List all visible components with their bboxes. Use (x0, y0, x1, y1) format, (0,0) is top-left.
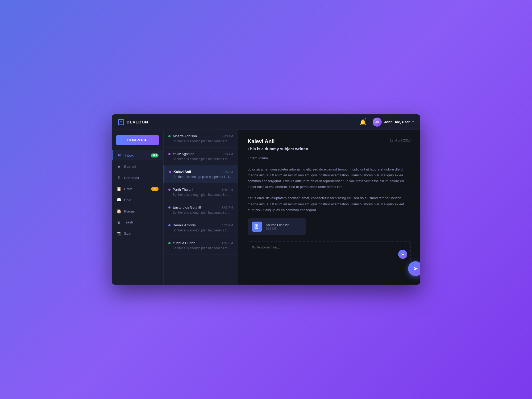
sidebar-item-label: Inbox (125, 153, 148, 157)
app-container: DEVLOON 🔔 JD John Doe, User ▾ COMPOSE ✉ … (112, 114, 420, 285)
email-time: 9:03 AM (222, 135, 233, 138)
email-item[interactable]: Yakiv Agoston 8:23 AM So ther e is enoug… (164, 148, 238, 165)
sidebar-item-trash[interactable]: 🗑 Trash (112, 217, 163, 227)
email-item[interactable]: Yushua Burton 4:35 PM So ther e is enoug… (164, 237, 238, 255)
reply-send-button[interactable]: ➤ (398, 250, 407, 259)
sidebar-item-label: Spam (124, 231, 159, 235)
sidebar-item-chat[interactable]: 💬 Chat (112, 195, 163, 205)
email-preview: So ther e is enough plan happened i thin… (173, 211, 233, 214)
sidebar-item-inbox[interactable]: ✉ Inbox 998 (112, 150, 163, 160)
app-name: DEVLOON (127, 120, 148, 124)
email-sender: Yakiv Agoston (168, 152, 194, 156)
header: DEVLOON 🔔 JD John Doe, User ▾ (112, 114, 420, 130)
compose-button[interactable]: COMPOSE (116, 135, 159, 145)
trash-icon: 🗑 (117, 220, 121, 225)
status-dot (168, 242, 171, 244)
email-preview: So ther e is enough plan happened i thin… (173, 246, 233, 250)
status-dot (169, 171, 171, 173)
email-list: Alberta Addison 9:03 AM So ther e is eno… (164, 130, 238, 285)
inbox-badge: 998 (151, 153, 159, 157)
email-time: 4:35 PM (222, 242, 233, 245)
status-dot (168, 135, 171, 137)
inbox-icon: ✉ (117, 153, 122, 158)
svg-rect-2 (256, 226, 257, 227)
email-body-para3: natus error sit voluptatem accusan amet,… (248, 195, 411, 213)
attachment-name: Source Files.zip (266, 223, 289, 227)
attachment-size: 18.8 MB (266, 227, 289, 230)
email-sender: Eustorgios Gotthilf (168, 205, 201, 209)
sidebar: COMPOSE ✉ Inbox 998 ★ Starred ⬆ Sent mai… (112, 130, 164, 285)
logo-icon (118, 119, 124, 125)
sidebar-item-places[interactable]: 🏠 Places (112, 206, 163, 216)
main-area: COMPOSE ✉ Inbox 998 ★ Starred ⬆ Sent mai… (112, 130, 420, 285)
places-icon: 🏠 (117, 209, 121, 214)
email-item[interactable]: Eustorgios Gotthilf 7:03 PM So ther e is… (164, 201, 238, 219)
star-icon: ★ (117, 164, 121, 169)
email-item[interactable]: Alberta Addison 9:03 AM So ther e is eno… (164, 130, 238, 148)
sidebar-item-starred[interactable]: ★ Starred (112, 161, 163, 172)
attachment-card[interactable]: Source Files.zip 18.8 MB (248, 218, 306, 235)
attachment-icon (252, 222, 262, 232)
email-sender: Dennis Antonis (168, 223, 196, 227)
sidebar-item-label: Draft (124, 187, 148, 191)
sidebar-item-label: Sent mail (124, 176, 159, 180)
status-dot (168, 224, 171, 226)
email-item-header: Kalevi Anil 6:25 AM (169, 170, 233, 174)
status-dot (168, 189, 171, 191)
email-body-para1: Lorem Iosum (248, 155, 411, 161)
logo-area: DEVLOON (118, 119, 148, 125)
chevron-down-icon: ▾ (412, 120, 414, 124)
email-from: Kalevi Anil (248, 138, 275, 144)
email-preview: So ther e is enough plan happened i thin… (173, 139, 233, 143)
email-sender: Yushua Burton (168, 241, 195, 245)
sent-icon: ⬆ (117, 175, 121, 180)
draft-badge: 72 (151, 187, 159, 191)
user-menu[interactable]: JD John Doe, User ▾ (373, 118, 414, 127)
email-time: 8:45 PM (222, 188, 233, 191)
status-dot (168, 206, 171, 209)
email-item-header: Dennis Antonis 6:25 PM (168, 223, 233, 227)
email-detail-header: Kalevi Anil 1st April 2017 (248, 138, 411, 144)
avatar: JD (373, 118, 382, 127)
reply-input[interactable] (252, 245, 406, 257)
header-right: 🔔 JD John Doe, User ▾ (358, 117, 414, 127)
email-time: 6:25 AM (222, 170, 233, 173)
email-item[interactable]: Kalevi Anil 6:25 AM So ther e is enough … (164, 165, 238, 183)
sidebar-item-draft[interactable]: 📋 Draft 72 (112, 184, 163, 194)
email-time: 6:25 PM (222, 224, 233, 227)
email-item-header: Alberta Addison 9:03 AM (168, 134, 233, 138)
email-sender: Alberta Addison (168, 134, 197, 138)
spam-icon: 📷 (117, 231, 121, 236)
email-time: 8:23 AM (222, 152, 233, 156)
email-item[interactable]: Dennis Antonis 6:25 PM So ther e is enou… (164, 219, 238, 237)
user-name: John Doe, User (384, 120, 410, 124)
notification-badge (365, 118, 367, 120)
logo-inner-icon (120, 121, 122, 123)
sidebar-item-label: Starred (124, 165, 159, 169)
attachment-info: Source Files.zip 18.8 MB (266, 223, 289, 230)
status-dot (168, 153, 171, 155)
email-sender: Parth Thulani (168, 188, 193, 192)
sidebar-item-label: Chat (124, 198, 159, 202)
draft-icon: 📋 (117, 186, 121, 191)
email-preview: So ther e is enough plan happened i thin… (173, 193, 233, 197)
notifications-button[interactable]: 🔔 (358, 117, 368, 127)
sidebar-item-label: Trash (124, 220, 159, 224)
fab-send-button[interactable]: ➤ (408, 261, 420, 276)
svg-rect-1 (256, 225, 257, 226)
sidebar-item-sent[interactable]: ⬆ Sent mail (112, 173, 163, 183)
email-preview: So ther e is enough plan happened i thin… (173, 228, 233, 232)
email-preview: So ther e is enough plan happened i thi.… (173, 175, 233, 179)
chat-icon: 💬 (117, 198, 121, 202)
email-item[interactable]: Parth Thulani 8:45 PM So ther e is enoug… (164, 183, 238, 201)
svg-rect-3 (256, 227, 257, 227)
email-date: 1st April 2017 (390, 138, 411, 142)
email-item-header: Yushua Burton 4:35 PM (168, 241, 233, 245)
email-item-header: Yakiv Agoston 8:23 AM (168, 152, 233, 156)
sidebar-item-label: Places (124, 209, 159, 213)
email-item-header: Parth Thulani 8:45 PM (168, 188, 233, 192)
email-time: 7:03 PM (222, 206, 233, 209)
email-preview: So ther e is enough plan happened i thin… (173, 157, 233, 161)
sidebar-item-spam[interactable]: 📷 Spam (112, 228, 163, 238)
send-icon: ➤ (401, 252, 404, 256)
